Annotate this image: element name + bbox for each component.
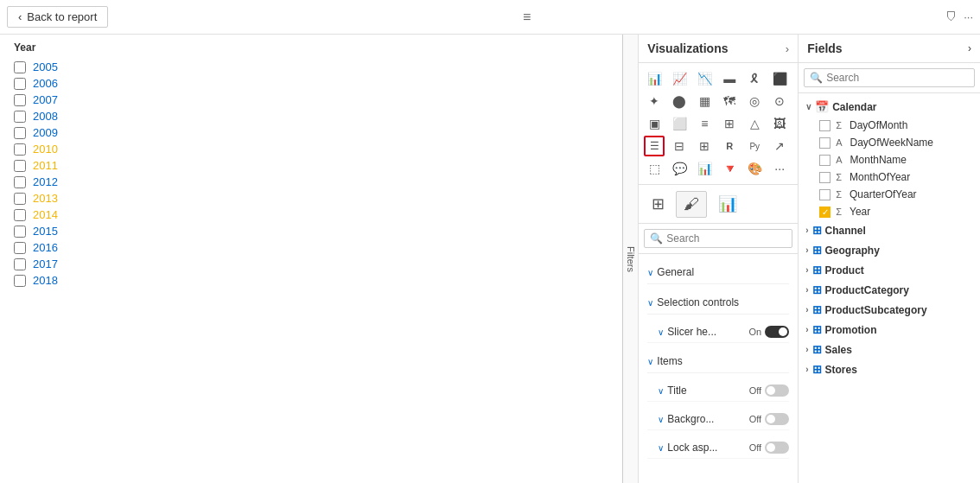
field-checkbox-MonthOfYear[interactable] [819, 172, 830, 183]
field-group-header-productcategory[interactable]: › ⊞ ProductCategory [799, 280, 980, 300]
year-checkbox-2016[interactable] [14, 242, 26, 254]
viz-icon-card[interactable]: ▣ [644, 113, 665, 134]
slicer-toggle-switch[interactable] [765, 326, 789, 338]
viz-icon-area[interactable]: 📉 [694, 68, 715, 89]
fields-arrow[interactable]: › [968, 42, 971, 54]
background-header-left[interactable]: ∨ Backgro... [658, 413, 714, 425]
field-group-header-productsubcategory[interactable]: › ⊞ ProductSubcategory [799, 300, 980, 320]
title-toggle-switch[interactable] [765, 384, 789, 397]
background-toggle-switch[interactable] [765, 413, 789, 425]
lockaspect-header-left[interactable]: ∨ Lock asp... [658, 442, 717, 454]
viz-tab-analytics[interactable]: 📊 [710, 190, 745, 218]
field-item-monthname[interactable]: A MonthName [799, 151, 980, 168]
field-item-dayofmonth[interactable]: Σ DayOfMonth [799, 117, 980, 134]
viz-icon-bar-cluster[interactable]: ▬ [719, 68, 740, 89]
field-checkbox-DayOfMonth[interactable] [819, 120, 830, 131]
viz-icon-more[interactable]: ··· [769, 158, 790, 179]
year-checkbox-2009[interactable] [14, 127, 26, 139]
more-icon[interactable]: ··· [964, 10, 973, 23]
viz-icon-slicer[interactable]: ≡ [694, 113, 715, 134]
year-label-2014[interactable]: 2014 [33, 208, 58, 221]
year-label-2012[interactable]: 2012 [33, 175, 58, 188]
title-toggle[interactable]: Off [749, 384, 789, 397]
field-item-monthofyear[interactable]: Σ MonthOfYear [799, 168, 980, 186]
viz-icon-table[interactable]: ⊟ [669, 136, 690, 156]
year-label-2015[interactable]: 2015 [33, 225, 58, 238]
field-checkbox-Year[interactable]: ✓ [819, 207, 830, 218]
viz-icon-python[interactable]: Py [744, 136, 765, 156]
field-checkbox-DayOfWeekName[interactable] [819, 137, 830, 149]
viz-icon-stacked-bar[interactable]: 📊 [644, 68, 665, 89]
viz-icon-r[interactable]: R [719, 136, 740, 156]
field-group-header-promotion[interactable]: › ⊞ Promotion [799, 320, 980, 340]
viz-icon-kpi[interactable]: ⬜ [669, 113, 690, 134]
format-section-items-header[interactable]: ∨ Items [647, 350, 789, 373]
slicer-header-left[interactable]: ∨ Slicer he... [658, 326, 716, 338]
year-checkbox-2017[interactable] [14, 258, 26, 270]
year-checkbox-2015[interactable] [14, 226, 26, 238]
year-label-2018[interactable]: 2018 [33, 274, 58, 287]
field-group-header-calendar[interactable]: ∨ 📅 Calendar [799, 97, 980, 117]
viz-icon-donut[interactable]: ◎ [744, 91, 765, 111]
filters-tab[interactable]: Filters [622, 35, 638, 483]
viz-icon-line[interactable]: 📈 [669, 68, 690, 89]
viz-tab-build[interactable]: ⊞ [644, 190, 672, 218]
viz-icon-gauge[interactable]: ⊙ [769, 91, 790, 111]
title-header-left[interactable]: ∨ Title [658, 384, 686, 397]
viz-icon-scatter[interactable]: ✦ [644, 91, 665, 111]
viz-icon-matrix[interactable]: ⊞ [719, 113, 740, 134]
viz-icon-funnel[interactable]: 🔻 [719, 158, 740, 179]
format-section-general-header[interactable]: ∨ General [647, 261, 789, 284]
field-group-header-geography[interactable]: › ⊞ Geography [799, 240, 980, 260]
year-checkbox-2013[interactable] [14, 193, 26, 205]
viz-icon-qa[interactable]: 💬 [669, 158, 690, 179]
year-checkbox-2011[interactable] [14, 160, 26, 172]
field-checkbox-QuarterOfYear[interactable] [819, 189, 830, 200]
year-checkbox-2008[interactable] [14, 111, 26, 123]
viz-icon-image[interactable]: 🖼 [769, 113, 790, 134]
year-label-2017[interactable]: 2017 [33, 257, 58, 270]
viz-icon-treemap[interactable]: ▦ [694, 91, 715, 111]
field-group-header-product[interactable]: › ⊞ Product [799, 260, 980, 280]
back-button[interactable]: ‹ Back to report [7, 6, 108, 28]
viz-icon-shape[interactable]: △ [744, 113, 765, 134]
year-label-2010[interactable]: 2010 [33, 143, 58, 156]
year-label-2006[interactable]: 2006 [33, 77, 58, 90]
viz-icon-ribbon[interactable]: 🎗 [744, 68, 765, 89]
field-group-header-channel[interactable]: › ⊞ Channel [799, 220, 980, 240]
year-checkbox-2018[interactable] [14, 275, 26, 287]
year-checkbox-2012[interactable] [14, 176, 26, 188]
slicer-toggle[interactable]: On [749, 326, 790, 338]
year-label-2008[interactable]: 2008 [33, 110, 58, 123]
filter-icon[interactable]: ⛉ [945, 10, 957, 23]
viz-icon-custom[interactable]: ↗ [769, 136, 790, 156]
field-item-year[interactable]: ✓ Σ Year [799, 203, 980, 220]
lockaspect-toggle[interactable]: Off [749, 442, 789, 454]
fields-search-input[interactable] [826, 72, 969, 84]
year-checkbox-2006[interactable] [14, 78, 26, 90]
field-checkbox-MonthName[interactable] [819, 155, 830, 166]
viz-icon-bar2[interactable]: 📊 [694, 158, 715, 179]
year-checkbox-2014[interactable] [14, 209, 26, 221]
viz-panel-arrow[interactable]: › [786, 42, 789, 55]
format-section-selection-header[interactable]: ∨ Selection controls [647, 291, 789, 315]
field-item-quarterofyear[interactable]: Σ QuarterOfYear [799, 186, 980, 203]
year-label-2011[interactable]: 2011 [33, 159, 58, 172]
field-group-header-sales[interactable]: › ⊞ Sales [799, 340, 980, 359]
year-checkbox-2007[interactable] [14, 94, 26, 106]
year-label-2013[interactable]: 2013 [33, 192, 58, 205]
field-group-header-stores[interactable]: › ⊞ Stores [799, 359, 980, 379]
viz-tab-format[interactable]: 🖌 [676, 191, 707, 218]
year-checkbox-2005[interactable] [14, 61, 26, 73]
viz-icon-matrix2[interactable]: ⊞ [694, 136, 715, 156]
viz-search-input[interactable] [666, 232, 786, 245]
viz-icon-decomp[interactable]: ⬚ [644, 158, 665, 179]
year-label-2005[interactable]: 2005 [33, 60, 58, 73]
year-checkbox-2010[interactable] [14, 143, 26, 156]
year-label-2007[interactable]: 2007 [33, 93, 58, 106]
viz-icon-slicer-selected[interactable]: ☰ [644, 136, 665, 156]
viz-icon-waterfall[interactable]: ⬛ [769, 68, 790, 89]
lockaspect-toggle-switch[interactable] [765, 442, 789, 454]
year-label-2016[interactable]: 2016 [33, 241, 58, 254]
viz-icon-paint[interactable]: 🎨 [744, 158, 765, 179]
